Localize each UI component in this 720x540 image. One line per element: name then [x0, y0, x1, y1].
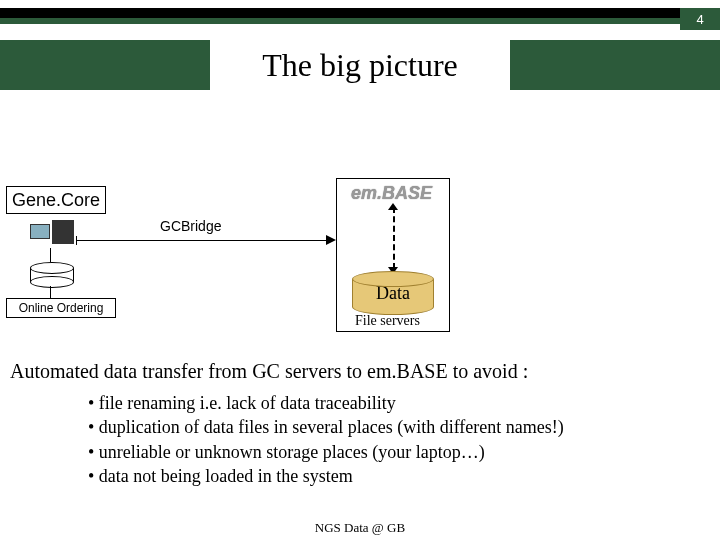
- bullet-text: data not being loaded in the system: [99, 466, 353, 486]
- genecore-box: Gene.Core: [6, 186, 106, 214]
- embase-group: em.BASE Data File servers: [336, 178, 450, 332]
- slide-title-text: The big picture: [262, 47, 457, 84]
- bullet-text: duplication of data files in several pla…: [99, 417, 564, 437]
- genecore-storage-icon: [30, 262, 74, 286]
- footer-text: NGS Data @ GB: [315, 520, 405, 535]
- data-storage-icon: Data: [352, 271, 434, 311]
- arrow-line: [76, 240, 326, 241]
- arrow-head-icon: [326, 235, 336, 245]
- bullet-item: • data not being loaded in the system: [88, 464, 710, 488]
- embase-logo: em.BASE: [351, 183, 432, 204]
- bullet-item: • unreliable or unknown storage places (…: [88, 440, 710, 464]
- bullet-item: • duplication of data files in several p…: [88, 415, 710, 439]
- gcbridge-label: GCBridge: [160, 218, 221, 234]
- architecture-diagram: Gene.Core Online Ordering GCBridge em.BA…: [0, 150, 720, 350]
- lead-sentence: Automated data transfer from GC servers …: [10, 360, 710, 383]
- sequencer-icon: [52, 220, 74, 244]
- online-ordering-box: Online Ordering: [6, 298, 116, 318]
- page-number-text: 4: [696, 12, 703, 27]
- body-text: Automated data transfer from GC servers …: [10, 360, 710, 488]
- bullet-list: • file renaming i.e. lack of data tracea…: [88, 391, 710, 488]
- genecore-label: Gene.Core: [12, 190, 100, 211]
- bullet-text: file renaming i.e. lack of data traceabi…: [99, 393, 396, 413]
- bullet-text: unreliable or unknown storage places (yo…: [99, 442, 485, 462]
- online-ordering-label: Online Ordering: [19, 301, 104, 315]
- file-servers-label: File servers: [355, 313, 420, 329]
- monitor-icon: [30, 224, 50, 239]
- connector-line: [50, 286, 51, 298]
- bullet-item: • file renaming i.e. lack of data tracea…: [88, 391, 710, 415]
- page-number: 4: [680, 8, 720, 30]
- slide-header: 4 The big picture: [0, 0, 720, 84]
- dashed-connector: [393, 207, 395, 269]
- header-bar-green: [0, 18, 680, 24]
- slide-footer: NGS Data @ GB: [0, 520, 720, 536]
- header-bar-black: [0, 8, 680, 18]
- slide-title: The big picture: [210, 38, 510, 92]
- instrument-icon: [30, 220, 76, 248]
- connector-line: [50, 248, 51, 262]
